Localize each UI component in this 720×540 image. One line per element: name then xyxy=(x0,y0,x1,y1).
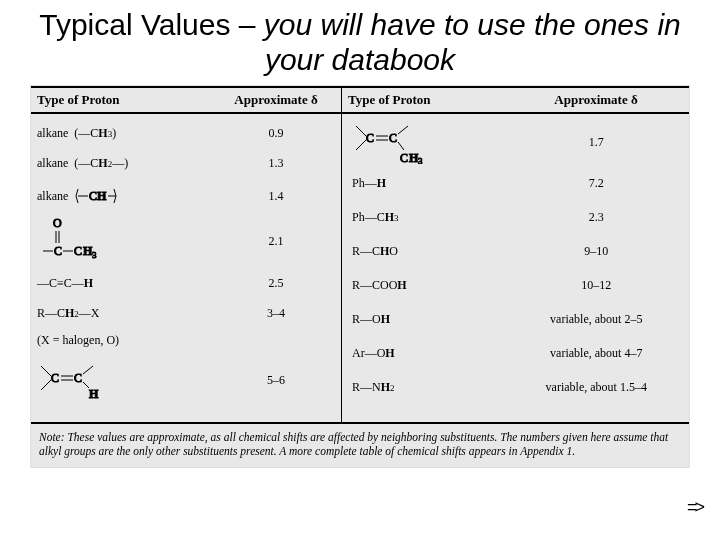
proton-label: alkane xyxy=(37,156,68,171)
svg-text:H: H xyxy=(97,189,107,203)
table-row: R—NH2 xyxy=(352,370,506,404)
shift-value: 2.3 xyxy=(518,200,676,234)
carbonyl-structure-icon: OCCH3 xyxy=(37,217,117,265)
proton-note: (X = halogen, O) xyxy=(37,333,119,348)
slide-title: Typical Values – you will have to use th… xyxy=(0,0,720,83)
left-structure-column: alkane (—CH3) alkane (—CH2—) alkane CH O… xyxy=(31,114,211,422)
svg-text:3: 3 xyxy=(418,156,423,164)
proton-label: alkane xyxy=(37,189,68,204)
svg-line-18 xyxy=(41,380,51,390)
shift-value: 1.3 xyxy=(217,148,335,178)
right-column-block: CCCH3 Ph—H Ph—CH3 R—CHO R—COOH R—OH Ar—O… xyxy=(341,114,681,422)
title-part2: you will have to use the ones in your da… xyxy=(264,8,681,76)
svg-line-23 xyxy=(83,366,93,374)
allyl-structure-icon: CCCH3 xyxy=(352,120,434,164)
proton-label: alkane xyxy=(37,126,68,141)
table-row: alkane (—CH2—) xyxy=(37,148,205,178)
table-row: CCCH3 xyxy=(352,118,506,166)
table-row: R—COOH xyxy=(352,268,506,302)
table-row: R—OH xyxy=(352,302,506,336)
svg-text:C: C xyxy=(74,371,82,385)
svg-text:3: 3 xyxy=(92,250,97,260)
shift-value: variable, about 2–5 xyxy=(518,302,676,336)
table-row: (X = halogen, O) xyxy=(37,328,205,353)
table-header-row: Type of Proton Approximate δ Type of Pro… xyxy=(31,86,689,114)
nmr-shift-table: Type of Proton Approximate δ Type of Pro… xyxy=(30,85,690,468)
proton-formula: Ph—CH3 xyxy=(352,210,399,225)
title-part1: Typical Values – xyxy=(39,8,264,41)
shift-value: variable, about 4–7 xyxy=(518,336,676,370)
svg-line-27 xyxy=(356,140,366,150)
vinyl-structure-icon: CCH xyxy=(37,358,107,402)
proton-formula: R—COOH xyxy=(352,278,407,293)
svg-text:C: C xyxy=(389,131,397,145)
svg-text:C: C xyxy=(400,151,408,164)
header-delta-1: Approximate δ xyxy=(211,88,341,112)
table-body: alkane (—CH3) alkane (—CH2—) alkane CH O… xyxy=(31,114,689,424)
right-value-column: 1.7 7.2 2.3 9–10 10–12 variable, about 2… xyxy=(512,114,682,422)
table-row: Ph—H xyxy=(352,166,506,200)
proton-formula: (—CH2—) xyxy=(74,156,128,171)
svg-line-33 xyxy=(398,142,404,150)
header-type-1: Type of Proton xyxy=(31,88,211,112)
table-row: R—CHO xyxy=(352,234,506,268)
left-value-column: 0.9 1.3 1.4 2.1 2.5 3–4 5–6 xyxy=(211,114,341,422)
svg-text:H: H xyxy=(89,387,99,401)
shift-value: 1.7 xyxy=(518,118,676,166)
table-row: —C≡C—H xyxy=(37,268,205,298)
proton-formula: R—NH2 xyxy=(352,380,395,395)
table-row: Ph—CH3 xyxy=(352,200,506,234)
proton-formula: (—CH3) xyxy=(74,126,116,141)
table-row: Ar—OH xyxy=(352,336,506,370)
table-row: alkane CH xyxy=(37,178,205,214)
table-footnote: Note: These values are approximate, as a… xyxy=(31,424,689,467)
shift-value xyxy=(217,328,335,353)
next-arrow-icon[interactable]: => xyxy=(687,497,702,518)
svg-line-0 xyxy=(76,189,78,196)
svg-line-17 xyxy=(41,366,51,376)
shift-value: 2.5 xyxy=(217,268,335,298)
right-structure-column: CCCH3 Ph—H Ph—CH3 R—CHO R—COOH R—OH Ar—O… xyxy=(342,114,512,422)
shift-value: 2.1 xyxy=(217,214,335,268)
proton-formula: R—CH2—X xyxy=(37,306,100,321)
shift-value: 1.4 xyxy=(217,178,335,214)
svg-text:C: C xyxy=(54,244,62,258)
header-delta-2: Approximate δ xyxy=(511,88,681,112)
svg-line-6 xyxy=(114,189,116,196)
proton-formula: R—OH xyxy=(352,312,390,327)
table-row: R—CH2—X xyxy=(37,298,205,328)
svg-text:C: C xyxy=(89,189,97,203)
header-type-2: Type of Proton xyxy=(341,88,511,112)
shift-value: variable, about 1.5–4 xyxy=(518,370,676,404)
proton-formula: R—CHO xyxy=(352,244,398,259)
shift-value: 7.2 xyxy=(518,166,676,200)
table-row: OCCH3 xyxy=(37,214,205,268)
svg-line-26 xyxy=(356,126,366,136)
svg-line-1 xyxy=(76,196,78,203)
shift-value: 9–10 xyxy=(518,234,676,268)
left-column-block: alkane (—CH3) alkane (—CH2—) alkane CH O… xyxy=(31,114,341,422)
svg-line-32 xyxy=(398,126,408,134)
shift-value: 5–6 xyxy=(217,353,335,407)
svg-text:C: C xyxy=(51,371,59,385)
shift-value: 3–4 xyxy=(217,298,335,328)
shift-value: 10–12 xyxy=(518,268,676,302)
proton-formula: —C≡C—H xyxy=(37,276,93,291)
ch-structure-icon: CH xyxy=(74,181,118,211)
table-row: CCH xyxy=(37,353,205,407)
shift-value: 0.9 xyxy=(217,118,335,148)
proton-formula: Ar—OH xyxy=(352,346,395,361)
svg-text:C: C xyxy=(74,244,82,258)
svg-line-7 xyxy=(114,196,116,203)
svg-text:C: C xyxy=(366,131,374,145)
svg-text:O: O xyxy=(53,217,62,230)
proton-formula: Ph—H xyxy=(352,176,386,191)
table-row: alkane (—CH3) xyxy=(37,118,205,148)
